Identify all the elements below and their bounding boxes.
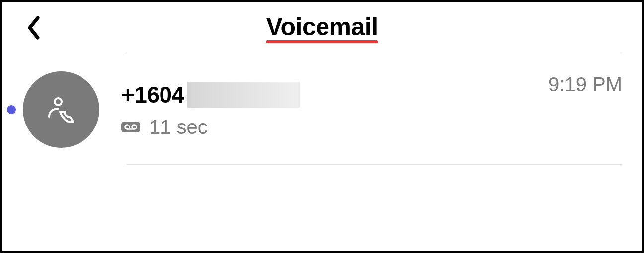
voicemail-tape-icon [121,122,140,132]
voicemail-list: +1604 11 sec 9:19 PM [2,55,642,165]
caller-id-row: +1604 [121,81,548,108]
divider [126,55,622,55]
caller-avatar [23,71,99,148]
voicemail-duration: 11 sec [149,116,208,138]
caller-phone-redacted [187,82,300,108]
voicemail-row[interactable]: +1604 11 sec 9:19 PM [2,55,642,165]
page-title: Voicemail [266,12,378,41]
header: Voicemail [2,2,642,49]
svg-point-2 [132,125,137,129]
divider [126,164,622,165]
page-title-wrap: Voicemail [266,12,378,43]
svg-point-1 [125,125,130,129]
caller-phone-prefix: +1604 [121,81,184,108]
voicemail-info: +1604 11 sec [121,81,548,138]
duration-row: 11 sec [121,116,548,138]
missed-call-person-icon [43,92,79,127]
unread-indicator [7,105,16,114]
svg-point-0 [55,98,62,105]
voicemail-time: 9:19 PM [548,73,622,96]
back-button[interactable] [22,16,46,40]
chevron-left-icon [27,16,41,40]
